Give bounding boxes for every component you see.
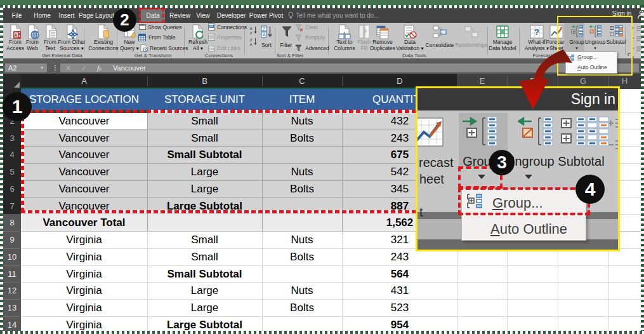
svg-text:A: A	[263, 32, 266, 37]
svg-text:A: A	[249, 43, 252, 46]
svg-text:A: A	[15, 33, 18, 37]
svg-text:Z: Z	[263, 27, 266, 31]
svg-text:A: A	[249, 27, 252, 30]
svg-text:Z: Z	[250, 38, 253, 42]
svg-text:Z: Z	[250, 31, 253, 35]
